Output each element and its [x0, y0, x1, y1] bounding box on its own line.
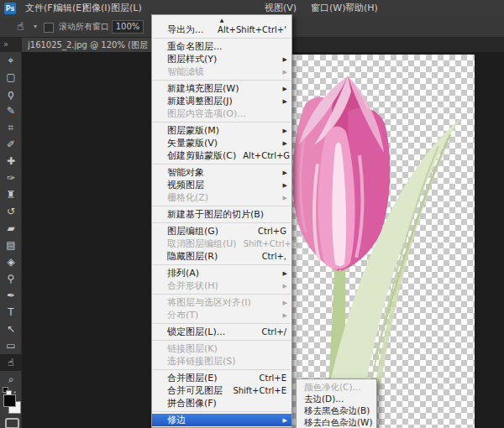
eraser-tool[interactable]: ▰: [0, 220, 22, 237]
menu-item-label: 拼合图像(F): [167, 397, 217, 410]
chevron-down-icon[interactable]: ▾: [34, 23, 37, 30]
layer-menu-item[interactable]: 锁定图层(L)...Ctrl+/: [152, 326, 291, 338]
layer-menu-item[interactable]: 创建剪贴蒙版(C)Alt+Ctrl+G: [152, 149, 291, 162]
shape-tool[interactable]: ▭: [0, 337, 22, 354]
menu-item-label: 栅格化(Z): [167, 191, 208, 204]
submenu-arrow-icon: ▶: [283, 195, 287, 201]
menu-item-label: 视频图层: [167, 179, 204, 191]
layer-menu-item[interactable]: 新建填充图层(W)▶: [152, 82, 291, 95]
shape-icon: ▭: [6, 340, 15, 352]
submenu-arrow-icon: ▶: [283, 69, 287, 76]
scroll-all-windows-checkbox[interactable]: [44, 23, 54, 33]
foreground-color-swatch[interactable]: [3, 394, 16, 407]
layer-menu-item[interactable]: 链接图层(K): [152, 342, 291, 355]
layer-menu-item[interactable]: 智能对象▶: [152, 166, 291, 179]
matting-submenu-item[interactable]: 颜色净化(C)...: [297, 381, 376, 393]
layer-menu-dropdown: ▲ 导出为...Alt+Shift+Ctrl+'重命名图层...图层样式(Y)▶…: [151, 14, 292, 428]
layer-menu-item[interactable]: 合并图层(E)Ctrl+E: [152, 372, 291, 384]
menu-item-label: 新建填充图层(W): [167, 82, 239, 95]
layer-menu-item[interactable]: 隐藏图层(R)Ctrl+,: [152, 250, 291, 263]
menu-item-label: 取消图层编组(U): [167, 237, 237, 250]
menu-item-shortcut: Ctrl+E: [253, 373, 287, 383]
menu-item-label: 智能对象: [167, 166, 204, 179]
menu-edit[interactable]: 编辑(E): [54, 0, 86, 17]
layer-menu-item[interactable]: 智能滤镜▶: [152, 65, 291, 78]
menu-separator: [153, 411, 291, 412]
menu-help[interactable]: 帮助(H): [345, 0, 378, 17]
menu-item-label: 选择链接图层(S): [167, 355, 236, 368]
menu-separator: [153, 122, 291, 123]
layer-menu-item[interactable]: 选择链接图层(S): [152, 355, 291, 368]
menu-file[interactable]: 文件(F): [25, 0, 56, 17]
blur-tool[interactable]: ◈: [0, 253, 22, 270]
menu-scroll-up-arrow-icon[interactable]: ▲: [152, 16, 291, 23]
screen-mode-icon[interactable]: [5, 418, 19, 428]
layer-menu-item[interactable]: 图层编组(G)Ctrl+G: [152, 225, 291, 237]
zoom-tool[interactable]: ⌕: [0, 371, 22, 388]
layer-menu-item[interactable]: 图层蒙版(M)▶: [152, 124, 291, 137]
layer-menu-item[interactable]: 矢量蒙版(V)▶: [152, 137, 291, 149]
menu-item-shortcut: Ctrl+/: [255, 327, 286, 337]
menu-image[interactable]: 图像(I): [82, 0, 111, 17]
photoshop-logo-icon: Ps: [4, 3, 16, 14]
layer-menu-item[interactable]: 重命名图层...: [152, 40, 291, 53]
menu-separator: [153, 369, 291, 370]
menu-window[interactable]: 窗口(W): [311, 0, 345, 17]
submenu-arrow-icon: ▶: [283, 182, 287, 189]
layer-menu-item[interactable]: 拼合图像(F): [152, 397, 291, 410]
path-selection-tool[interactable]: ↖: [0, 321, 22, 337]
type-tool[interactable]: T: [0, 304, 22, 321]
layer-menu-item[interactable]: 视频图层▶: [152, 179, 291, 191]
submenu-arrow-icon: ▶: [283, 283, 287, 290]
hand-tool[interactable]: ☝: [0, 354, 22, 371]
marquee-tool[interactable]: ▢: [0, 69, 22, 86]
menu-item-label: 锁定图层(L)...: [167, 326, 225, 338]
layer-menu-item[interactable]: 分布(T)▶: [152, 309, 291, 321]
matting-submenu-item[interactable]: 移去黑色杂边(B): [297, 405, 376, 416]
menu-item-label: 图层蒙版(M): [167, 124, 219, 137]
layer-menu-item[interactable]: 栅格化(Z)▶: [152, 191, 291, 204]
crop-tool[interactable]: ⌗: [0, 119, 22, 136]
matting-submenu-item[interactable]: 去边(D)...: [297, 393, 376, 405]
pen-tool[interactable]: ✒: [0, 287, 22, 304]
pen-icon: ✒: [7, 290, 15, 301]
layer-menu-item[interactable]: 取消图层编组(U)Shift+Ctrl+G: [152, 237, 291, 250]
layer-menu-item[interactable]: 合并可见图层Shift+Ctrl+E: [152, 384, 291, 397]
menu-item-shortcut: Shift+Ctrl+G: [237, 239, 298, 248]
type-icon: T: [8, 306, 13, 318]
history-brush-icon: ↺: [7, 206, 15, 217]
layer-menu-item[interactable]: 导出为...Alt+Shift+Ctrl+': [152, 23, 291, 36]
layer-menu-item[interactable]: 合并形状(H)▶: [152, 279, 291, 292]
brush-tool[interactable]: ✑: [0, 170, 22, 186]
clone-stamp-tool[interactable]: ♜: [0, 186, 22, 203]
matting-submenu-item[interactable]: 移去白色杂边(W): [297, 416, 376, 428]
menu-item-shortcut: Shift+Ctrl+E: [226, 386, 286, 395]
zoom-100-button[interactable]: 100%: [112, 20, 144, 34]
layer-menu-item[interactable]: 图层样式(Y)▶: [152, 53, 291, 65]
eyedropper-tool[interactable]: ✐: [0, 136, 22, 153]
scroll-all-windows-label: 滚动所有窗口: [59, 17, 109, 37]
path-selection-icon: ↖: [7, 323, 15, 335]
layer-menu-item[interactable]: 新建基于图层的切片(B): [152, 208, 291, 221]
matting-submenu-items: 颜色净化(C)...去边(D)...移去黑色杂边(B)移去白色杂边(W): [297, 381, 376, 428]
healing-brush-tool[interactable]: ✚: [0, 153, 22, 170]
layer-menu-item[interactable]: 图层内容选项(O)...: [152, 107, 291, 120]
move-tool[interactable]: ⌖: [0, 52, 22, 69]
menu-item-label: 智能滤镜: [167, 65, 204, 78]
layer-menu-item[interactable]: 将图层与选区对齐(I)▶: [152, 296, 291, 309]
layer-menu-item[interactable]: 修边▶: [152, 414, 291, 426]
menu-layer[interactable]: 图层(L): [111, 0, 142, 17]
quick-selection-tool[interactable]: ✎: [0, 102, 22, 119]
lasso-tool[interactable]: ϙ: [0, 86, 22, 102]
crop-icon: ⌗: [8, 122, 14, 133]
layer-menu-item[interactable]: 排列(A)▶: [152, 267, 291, 279]
gradient-tool[interactable]: ▤: [0, 237, 22, 253]
dodge-tool[interactable]: ⚲: [0, 270, 22, 287]
menu-separator: [153, 340, 291, 341]
menu-item-label: 创建剪贴蒙版(C): [167, 149, 236, 162]
dodge-icon: ⚲: [8, 273, 15, 284]
history-brush-tool[interactable]: ↺: [0, 203, 22, 220]
collapse-chevron-icon[interactable]: »: [3, 38, 8, 52]
layer-menu-item[interactable]: 新建调整图层(J)▶: [152, 95, 291, 107]
menu-item-label: 分布(T): [167, 309, 198, 321]
